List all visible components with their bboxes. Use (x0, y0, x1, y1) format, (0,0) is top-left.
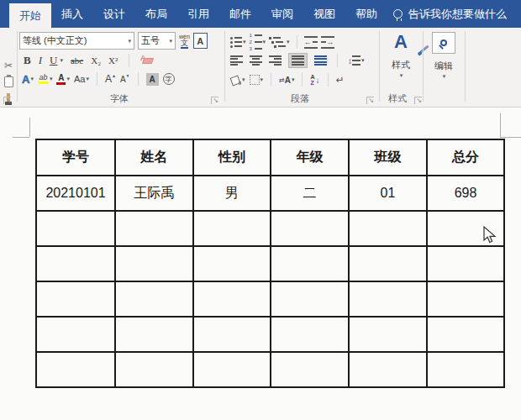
line-spacing-button[interactable]: ↕ ▾ (348, 55, 365, 66)
header-total-score[interactable]: 总分 (427, 139, 504, 176)
chevron-down-icon[interactable]: ▾ (60, 57, 63, 64)
cell-grade[interactable]: 二 (271, 176, 349, 211)
empty-cell[interactable] (271, 317, 349, 352)
tab-help[interactable]: 帮助 (345, 0, 387, 28)
header-student-id[interactable]: 学号 (36, 139, 115, 176)
clear-formatting-button[interactable]: A (140, 58, 153, 64)
tell-me-box[interactable]: 告诉我你想要做什么 (393, 0, 507, 28)
empty-cell[interactable] (193, 246, 271, 281)
empty-cell[interactable] (427, 352, 504, 387)
empty-cell[interactable] (271, 281, 349, 317)
empty-cell[interactable] (36, 246, 115, 281)
increase-indent-button[interactable]: → (321, 36, 334, 49)
decrease-indent-button[interactable]: ← (304, 36, 318, 49)
numbering-button[interactable]: 1 2 3 ▾ (250, 33, 266, 51)
align-right-button[interactable] (269, 55, 282, 66)
change-case-button[interactable]: Aa ▾ (74, 74, 89, 84)
tab-insert[interactable]: 插入 (51, 0, 93, 28)
highlight-color-button[interactable]: ab ▾ (38, 74, 53, 84)
empty-cell[interactable] (193, 352, 271, 387)
cell-total-score[interactable]: 698 (427, 176, 504, 211)
cell-name[interactable]: 王际禹 (115, 176, 193, 211)
header-gender[interactable]: 性别 (193, 139, 271, 176)
empty-cell[interactable] (349, 352, 427, 387)
empty-cell[interactable] (193, 281, 271, 317)
enclose-characters-button[interactable]: 字 (163, 73, 175, 85)
empty-cell[interactable] (115, 211, 193, 246)
font-name-combo[interactable]: 等线 (中文正文) ▾ (19, 32, 134, 50)
chevron-down-icon[interactable]: ▾ (443, 73, 446, 80)
empty-cell[interactable] (349, 246, 427, 281)
styles-dialog-launcher[interactable]: ↘ (414, 97, 422, 104)
font-size-combo[interactable]: 五号 ▾ (138, 32, 176, 50)
paste-icon[interactable] (4, 76, 13, 87)
empty-cell[interactable] (193, 211, 271, 246)
justify-button-selected[interactable] (288, 53, 308, 68)
clipboard-dialog-launcher[interactable]: ↘ (3, 97, 11, 104)
font-dialog-launcher[interactable]: ↘ (211, 97, 218, 104)
underline-button[interactable]: U (50, 54, 57, 67)
paragraph-dialog-launcher[interactable]: ↘ (366, 97, 374, 104)
chevron-down-icon[interactable]: ▾ (400, 72, 403, 79)
borders-button[interactable]: ▾ (250, 75, 264, 85)
empty-cell[interactable] (193, 317, 271, 352)
strikethrough-button[interactable]: abc (71, 55, 83, 66)
header-class[interactable]: 班级 (349, 139, 427, 176)
bullets-button[interactable]: ▾ (230, 37, 246, 48)
empty-cell[interactable] (36, 352, 115, 387)
empty-cell[interactable] (271, 211, 349, 246)
superscript-button[interactable]: X² (108, 55, 118, 66)
empty-cell[interactable] (349, 211, 427, 246)
tab-home[interactable]: 开始 (9, 3, 51, 28)
phonetic-guide-button[interactable]: wén 文 (179, 34, 190, 49)
cell-gender[interactable]: 男 (193, 176, 271, 211)
tab-view[interactable]: 视图 (303, 0, 345, 28)
text-effects-button[interactable]: A ▾ (22, 73, 34, 86)
shrink-font-button[interactable]: A ▼ (120, 75, 130, 84)
empty-cell[interactable] (115, 246, 193, 281)
tab-mailings[interactable]: 邮件 (219, 0, 261, 28)
empty-cell[interactable] (36, 317, 115, 352)
show-hide-marks-button[interactable]: ↵ (336, 74, 345, 86)
empty-cell[interactable] (427, 246, 504, 281)
header-name[interactable]: 姓名 (115, 139, 193, 176)
subscript-button[interactable]: X₂ (91, 55, 101, 66)
tab-references[interactable]: 引用 (177, 0, 219, 28)
find-button[interactable] (432, 32, 455, 54)
empty-cell[interactable] (115, 317, 193, 352)
empty-cell[interactable] (271, 246, 349, 281)
empty-cell[interactable] (115, 281, 193, 317)
align-left-button[interactable] (230, 55, 243, 66)
tab-review[interactable]: 审阅 (261, 0, 303, 28)
styles-gallery-button[interactable]: A (394, 33, 408, 51)
tab-layout[interactable]: 布局 (135, 0, 177, 28)
editing-button-label[interactable]: 编辑 (424, 60, 464, 72)
empty-cell[interactable] (349, 281, 427, 317)
empty-cell[interactable] (115, 352, 193, 387)
empty-cell[interactable] (349, 317, 427, 352)
multilevel-list-button[interactable]: ▾ (269, 37, 290, 48)
tab-design[interactable]: 设计 (93, 0, 135, 28)
header-grade[interactable]: 年级 (271, 139, 349, 176)
styles-button-label[interactable]: 样式 (380, 59, 422, 71)
shading-button[interactable]: ▾ (230, 76, 245, 85)
cell-student-id[interactable]: 20210101 (36, 176, 115, 211)
font-color-button[interactable]: A ▾ (56, 74, 70, 85)
cut-icon[interactable]: ✂ (0, 60, 17, 71)
distribute-button[interactable] (314, 55, 327, 66)
character-border-button[interactable]: A (193, 33, 208, 49)
italic-button[interactable]: I (39, 54, 42, 67)
align-center-button[interactable] (250, 55, 262, 66)
grow-font-button[interactable]: A ▲ (105, 73, 116, 85)
bold-button[interactable]: B (24, 54, 31, 67)
empty-cell[interactable] (427, 317, 504, 352)
empty-cell[interactable] (271, 352, 349, 387)
empty-cell[interactable] (427, 281, 504, 317)
empty-cell[interactable] (36, 211, 115, 246)
document-area[interactable]: 学号 姓名 性别 年级 班级 总分 20210101 王际禹 男 二 01 69… (0, 108, 521, 420)
sort-button[interactable]: A Z ↓ (310, 74, 319, 86)
cell-class[interactable]: 01 (349, 176, 427, 211)
character-shading-button[interactable]: A (146, 73, 159, 86)
asian-layout-button[interactable]: ⇄ A ▾ (279, 76, 294, 85)
empty-cell[interactable] (36, 281, 115, 317)
